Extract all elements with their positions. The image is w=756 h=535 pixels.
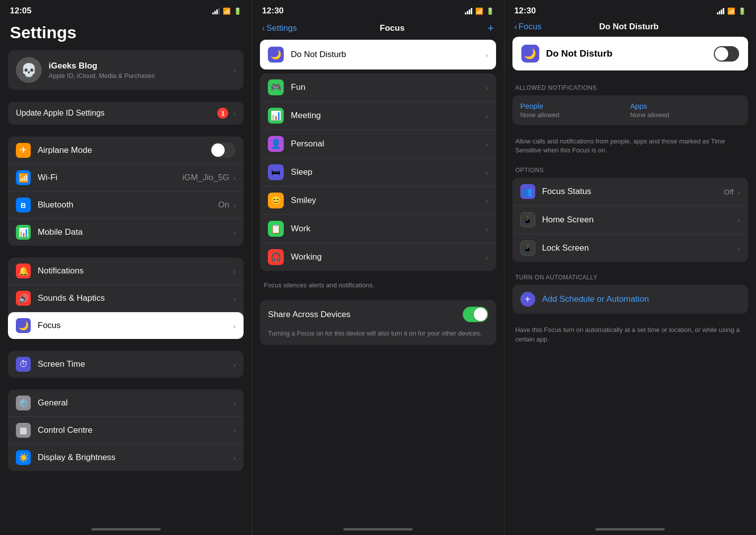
status-bar-1: 12:05 📶 🔋: [0, 0, 252, 19]
wifi-value: iGM_Jio_5G: [183, 173, 229, 183]
lock-screen-row[interactable]: 📱 Lock Screen ›: [512, 234, 748, 262]
profile-name: iGeeks Blog: [49, 61, 155, 71]
wifi-icon-3: 📶: [727, 7, 735, 15]
share-row: Share Across Devices Turning a Focus on …: [260, 300, 496, 345]
signal-icon-2: [465, 8, 472, 14]
general-icon: ⚙️: [16, 396, 31, 410]
people-label: People: [520, 102, 630, 110]
work-icon: 📋: [268, 221, 284, 237]
profile-text: iGeeks Blog Apple ID, iCloud, Media & Pu…: [49, 61, 155, 79]
dnd-header-title: Do Not Disturb: [546, 48, 613, 59]
bluetooth-icon: B: [16, 198, 31, 212]
home-screen-icon: 📱: [520, 212, 535, 227]
general-group: ⚙️ General › ▦ Control Centre › ☀️ Displ…: [8, 390, 244, 471]
back-chevron-2: ‹: [262, 23, 265, 33]
general-label: General: [38, 398, 233, 408]
focus-list-content[interactable]: 🌙 Do Not Disturb › 🎮 Fun › 📊 Meeting › 👤…: [252, 40, 504, 523]
smiley-label: Smiley: [291, 196, 485, 205]
signal-icon: [212, 8, 220, 14]
focus-items-list: 🎮 Fun › 📊 Meeting › 👤 Personal › 🛏 Sleep…: [260, 73, 496, 271]
smiley-item[interactable]: 😊 Smiley ›: [260, 187, 496, 215]
nav-title-2: Focus: [380, 23, 405, 33]
focus-status-row[interactable]: 👥 Focus Status Off ›: [512, 178, 748, 206]
work-chevron: ›: [486, 225, 488, 233]
sounds-row[interactable]: 🔊 Sounds & Haptics ›: [8, 285, 244, 312]
dnd-card[interactable]: 🌙 Do Not Disturb ›: [260, 40, 496, 69]
personal-item[interactable]: 👤 Personal ›: [260, 130, 496, 158]
display-label: Display & Brightness: [38, 453, 233, 463]
sleep-item[interactable]: 🛏 Sleep ›: [260, 158, 496, 187]
focus-label: Focus: [38, 321, 233, 331]
dnd-detail-content[interactable]: 🌙 Do Not Disturb ALLOWED NOTIFICATIONS P…: [504, 37, 756, 523]
automation-row[interactable]: + Add Schedule or Automation: [512, 285, 748, 314]
wifi-chevron: ›: [233, 174, 236, 182]
share-toggle[interactable]: [463, 307, 488, 322]
notifications-chevron: ›: [233, 267, 236, 275]
automation-label: Add Schedule or Automation: [542, 294, 649, 304]
screentime-row[interactable]: ⏱ Screen Time ›: [8, 351, 244, 378]
work-label: Work: [291, 224, 485, 234]
status-icons-1: 📶 🔋: [212, 7, 242, 15]
people-sub: None allowed: [520, 111, 630, 119]
update-banner[interactable]: Update Apple ID Settings 1 ›: [8, 102, 244, 125]
general-row[interactable]: ⚙️ General ›: [8, 390, 244, 417]
mobile-label: Mobile Data: [38, 227, 233, 237]
nav-plus-2[interactable]: +: [488, 22, 494, 35]
working-chevron: ›: [486, 253, 488, 262]
work-item[interactable]: 📋 Work ›: [260, 215, 496, 243]
wifi-icon-2: 📶: [475, 7, 483, 15]
sleep-label: Sleep: [291, 167, 485, 177]
focus-row[interactable]: 🌙 Focus ›: [8, 312, 244, 339]
options-group: 👥 Focus Status Off › 📱 Home Screen › 📱 L…: [512, 178, 748, 262]
home-screen-row[interactable]: 📱 Home Screen ›: [512, 206, 748, 234]
screentime-chevron: ›: [233, 360, 236, 369]
fun-item[interactable]: 🎮 Fun ›: [260, 73, 496, 102]
back-chevron-3: ‹: [514, 22, 517, 32]
automation-desc: Have this Focus turn on automatically at…: [512, 326, 748, 343]
mobile-chevron: ›: [233, 228, 236, 237]
dnd-label-2: Do Not Disturb: [291, 50, 346, 60]
bluetooth-value: On: [218, 200, 230, 210]
wifi-row[interactable]: 📶 Wi-Fi iGM_Jio_5G ›: [8, 164, 244, 192]
allowed-group: People None allowed Apps None allowed: [512, 95, 748, 125]
airplane-row[interactable]: ✈ Airplane Mode: [8, 136, 244, 164]
notifications-row[interactable]: 🔔 Notifications ›: [8, 258, 244, 285]
dnd-left: 🌙 Do Not Disturb: [268, 47, 346, 63]
control-row[interactable]: ▦ Control Centre ›: [8, 417, 244, 444]
focus-hint: Focus silences alerts and notifications.: [260, 281, 496, 290]
people-row[interactable]: People None allowed Apps None allowed: [512, 95, 748, 125]
panel-settings: 12:05 📶 🔋 Settings 💀 iGeeks Blog Appl: [0, 0, 252, 535]
focus-status-label: Focus Status: [542, 187, 724, 197]
dnd-toggle[interactable]: [714, 46, 739, 62]
working-item[interactable]: 🎧 Working ›: [260, 243, 496, 271]
screentime-group: ⏱ Screen Time ›: [8, 351, 244, 378]
back-button-3[interactable]: ‹ Focus: [514, 22, 542, 32]
focus-status-chevron: ›: [738, 188, 740, 196]
meeting-item[interactable]: 📊 Meeting ›: [260, 102, 496, 130]
screentime-icon: ⏱: [16, 357, 31, 372]
sounds-chevron: ›: [233, 294, 236, 303]
status-time-2: 12:30: [262, 6, 283, 16]
connectivity-group: ✈ Airplane Mode 📶 Wi-Fi iGM_Jio_5G › B B…: [8, 136, 244, 246]
wifi-icon: 📶: [223, 7, 231, 15]
working-label: Working: [291, 252, 485, 262]
profile-row[interactable]: 💀 iGeeks Blog Apple ID, iCloud, Media & …: [8, 50, 244, 90]
status-icons-3: 📶 🔋: [717, 7, 746, 15]
airplane-toggle[interactable]: [210, 142, 236, 158]
settings-scroll[interactable]: 💀 iGeeks Blog Apple ID, iCloud, Media & …: [0, 50, 252, 523]
screentime-label: Screen Time: [38, 359, 233, 369]
dnd-header-card: 🌙 Do Not Disturb: [512, 37, 748, 70]
back-button-2[interactable]: ‹ Settings: [262, 23, 297, 33]
settings-title: Settings: [0, 19, 252, 50]
mobile-data-row[interactable]: 📊 Mobile Data ›: [8, 219, 244, 246]
lock-screen-label: Lock Screen: [542, 243, 738, 253]
dnd-chevron-2: ›: [486, 51, 488, 59]
battery-icon-3: 🔋: [738, 7, 746, 15]
sleep-icon: 🛏: [268, 164, 284, 180]
control-icon: ▦: [16, 423, 31, 438]
personal-chevron: ›: [486, 140, 488, 148]
apps-label: Apps: [630, 102, 740, 110]
profile-info: 💀 iGeeks Blog Apple ID, iCloud, Media & …: [16, 57, 155, 83]
bluetooth-row[interactable]: B Bluetooth On ›: [8, 192, 244, 219]
display-row[interactable]: ☀️ Display & Brightness ›: [8, 444, 244, 471]
